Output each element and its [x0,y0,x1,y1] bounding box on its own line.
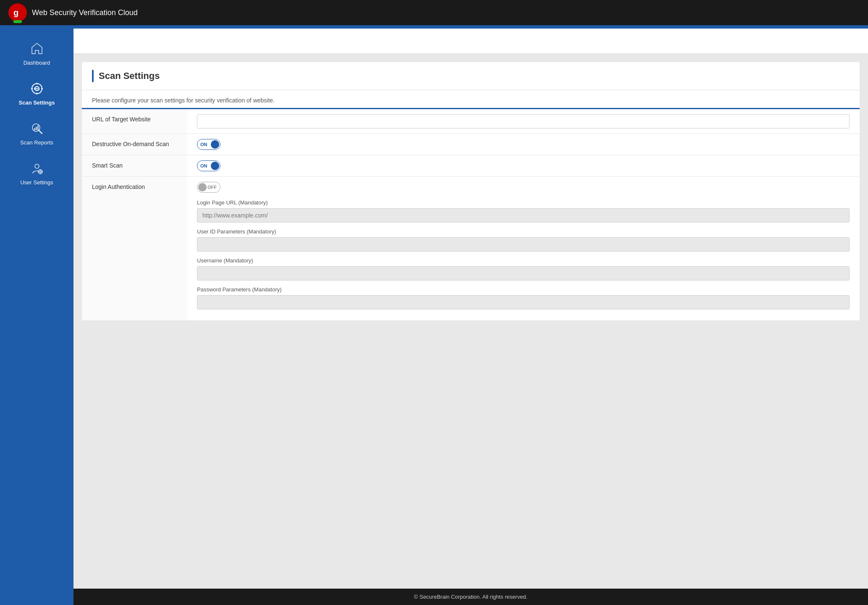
smart-toggle-on-text: ON [200,163,207,168]
password-params-group: Password Parameters (Mandatory) [197,286,850,309]
url-input[interactable] [197,114,850,128]
destructive-toggle-on-text: ON [200,142,207,147]
sidebar-label-scan-reports: Scan Reports [20,139,53,146]
sidebar-item-dashboard[interactable]: Dashboard [0,34,73,73]
smart-sub-toggle-wrapper: OFF [197,182,850,193]
svg-rect-12 [37,126,39,130]
settings-form: URL of Target Website Destructive On-dem… [82,109,860,321]
sidebar-label-user-settings: User Settings [20,179,53,186]
login-auth-label: Login Authentication [82,177,187,321]
main-card: Scan Settings Please configure your scan… [82,62,860,321]
svg-point-13 [35,164,39,168]
card-header: Scan Settings [82,62,860,90]
smart-scan-label: Smart Scan [82,155,187,177]
destructive-row: Destructive On-demand Scan ON [82,134,860,155]
card-header-bar [92,70,94,82]
password-params-input[interactable] [197,295,850,309]
footer-text: © SecureBrain Corporation. All rights re… [414,594,527,600]
sidebar-item-scan-settings[interactable]: URL Scan Settings [0,73,73,113]
smart-sub-toggle-off-text: OFF [207,185,217,190]
user-id-label: User ID Parameters (Mandatory) [197,228,850,235]
user-id-group: User ID Parameters (Mandatory) [197,228,850,251]
login-page-url-group: Login Page URL (Mandatory) [197,199,850,223]
username-group: Username (Mandatory) [197,257,850,280]
destructive-toggle-cell: ON [187,134,860,155]
app-title-text: Web Security Verification Cloud [32,8,138,17]
smart-sub-toggle-slider: OFF [197,182,220,193]
login-page-url-input[interactable] [197,208,850,223]
user-settings-icon [29,161,45,176]
sidebar-item-scan-reports[interactable]: Scan Reports [0,113,73,153]
smart-scan-cell: ON [187,155,860,177]
logo-container: g Web Security Verification Cloud [8,3,138,22]
sidebar-label-scan-settings: Scan Settings [19,100,55,106]
destructive-toggle-slider: ON [197,139,220,150]
smart-toggle-knob [211,162,219,170]
footer: © SecureBrain Corporation. All rights re… [73,589,868,605]
svg-rect-11 [36,127,37,130]
svg-text:g: g [13,8,18,17]
sidebar-label-dashboard: Dashboard [24,60,50,66]
svg-text:URL: URL [34,87,40,90]
content-area: Scan Settings Please configure your scan… [73,25,868,605]
destructive-toggle-wrapper: ON [197,139,850,150]
content-scroll: Scan Settings Please configure your scan… [73,54,868,589]
url-label: URL of Target Website [82,109,187,134]
destructive-toggle[interactable]: ON [197,139,220,150]
login-auth-row: Login Authentication OFF [82,177,860,321]
smart-toggle-slider: ON [197,160,220,171]
login-auth-cell: OFF Login Page URL (Mandatory) [187,177,860,321]
password-params-label: Password Parameters (Mandatory) [197,286,850,293]
login-page-url-label: Login Page URL (Mandatory) [197,199,850,206]
destructive-label: Destructive On-demand Scan [82,134,187,155]
top-content-bar [73,29,868,54]
smart-toggle-wrapper: ON [197,160,850,171]
smart-sub-toggle[interactable]: OFF [197,182,220,193]
scan-reports-icon [29,121,45,136]
card-title: Scan Settings [99,71,160,81]
destructive-toggle-knob [211,140,219,149]
url-input-cell [187,109,860,134]
smart-scan-row: Smart Scan ON [82,155,860,177]
url-row: URL of Target Website [82,109,860,134]
top-header: g Web Security Verification Cloud [0,0,868,25]
svg-rect-10 [34,128,35,130]
username-label: Username (Mandatory) [197,257,850,264]
blue-bar [73,25,868,29]
user-id-input[interactable] [197,237,850,251]
username-input[interactable] [197,266,850,280]
main-layout: Dashboard URL Scan Settings [0,25,868,605]
sidebar: Dashboard URL Scan Settings [0,25,73,605]
svg-line-9 [39,131,42,134]
home-icon [29,41,45,56]
logo-icon: g [8,3,27,22]
smart-toggle[interactable]: ON [197,160,220,171]
url-gear-icon: URL [29,81,45,96]
smart-sub-toggle-knob [198,183,207,191]
sidebar-item-user-settings[interactable]: User Settings [0,153,73,193]
card-description: Please configure your scan settings for … [82,90,860,109]
